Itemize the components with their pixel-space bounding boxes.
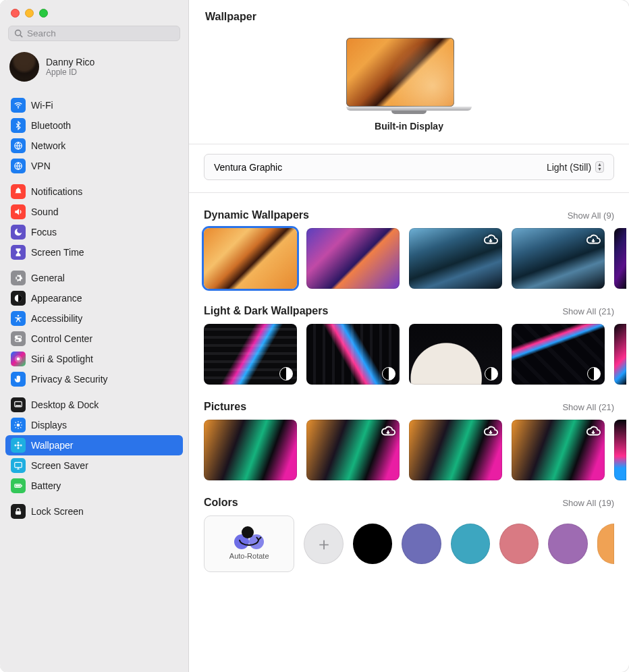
wallpaper-thumb[interactable] [306,324,400,385]
show-all-link[interactable]: Show All (9) [568,211,614,221]
battery-icon [11,478,26,493]
sidebar-item-label: Screen Saver [31,460,88,471]
speaker-icon [11,204,26,219]
sidebar-item-wallpaper[interactable]: Wallpaper [5,435,183,455]
zoom-window-button[interactable] [39,9,48,18]
section-dynamic: Dynamic WallpapersShow All (9) [204,193,629,289]
search-icon [14,29,23,38]
wallpaper-thumb-peek[interactable] [614,324,626,385]
wallpaper-thumb[interactable] [512,228,605,289]
wallpaper-thumb[interactable] [306,228,400,289]
svg-point-6 [18,315,20,317]
sidebar-item-appearance[interactable]: Appearance [5,288,183,308]
sidebar-item-label: Siri & Spotlight [31,354,93,364]
wallpaper-thumb[interactable] [512,420,605,480]
sidebar-item-vpn[interactable]: VPN [5,156,183,176]
bell-icon [11,184,26,199]
network-icon [11,138,26,153]
add-color-button[interactable]: ＋ [304,524,343,564]
screensaver-icon [11,458,26,473]
light-dark-icon [382,367,395,381]
moon-icon [11,225,26,240]
svg-point-15 [17,424,20,427]
sidebar-item-label: Battery [31,480,61,491]
hourglass-icon [11,245,26,260]
appearance-icon [11,291,26,306]
sidebar-item-label: Wi-Fi [31,100,53,111]
color-swatch[interactable] [402,524,441,564]
gear-icon [11,271,26,285]
svg-point-25 [17,441,19,443]
sidebar-item-label: Bluetooth [31,120,71,131]
download-icon [381,424,395,439]
sidebar-item-siri-spotlight[interactable]: Siri & Spotlight [5,349,183,369]
sidebar-item-label: Notifications [31,186,82,197]
apple-id-row[interactable]: Danny Rico Apple ID [0,48,188,90]
sidebar-item-general[interactable]: General [5,268,183,288]
wallpaper-mode-popup[interactable]: Light (Still) ▲▼ [547,161,604,173]
sidebar-item-network[interactable]: Network [5,136,183,156]
color-swatch[interactable] [353,524,392,564]
svg-point-26 [17,447,19,449]
sidebar-item-accessibility[interactable]: Accessibility [5,308,183,329]
sidebar-item-bluetooth[interactable]: Bluetooth [5,115,183,136]
show-all-link[interactable]: Show All (21) [562,306,614,316]
svg-line-20 [16,422,16,423]
sidebar-item-label: Lock Screen [31,506,84,517]
wallpaper-thumb[interactable] [204,228,297,289]
show-all-link[interactable]: Show All (19) [562,498,614,508]
sidebar-item-control-center[interactable]: Control Center [5,329,183,349]
color-swatch[interactable] [548,524,587,564]
sidebar-item-screen-time[interactable]: Screen Time [5,242,183,262]
svg-point-9 [16,337,18,338]
accessibility-icon [11,311,26,326]
wallpaper-thumb-peek[interactable] [614,420,626,480]
minimize-window-button[interactable] [25,9,34,18]
sidebar-item-focus[interactable]: Focus [5,222,183,242]
wallpaper-thumb[interactable] [204,324,297,385]
svg-rect-29 [15,462,22,468]
sidebar-item-label: Appearance [31,293,82,304]
section-colors: ColorsShow All (19)Auto-Rotate＋ [204,480,629,572]
wallpaper-thumb[interactable] [409,420,502,480]
sidebar-item-desktop-dock[interactable]: Desktop & Dock [5,395,183,415]
sidebar-item-wi-fi[interactable]: Wi-Fi [5,95,183,115]
wallpaper-thumb[interactable] [409,228,502,289]
colors-row: Auto-Rotate＋ [204,515,614,572]
sidebar-item-privacy-security[interactable]: Privacy & Security [5,369,183,389]
auto-rotate-icon [231,528,267,549]
auto-rotate-tile[interactable]: Auto-Rotate [204,515,294,572]
color-swatch[interactable] [597,524,614,564]
sidebar-item-label: Sound [31,206,58,217]
svg-rect-31 [22,485,22,486]
sidebar-item-notifications[interactable]: Notifications [5,181,183,202]
thumbnail-row [204,228,614,289]
close-window-button[interactable] [11,9,20,18]
displays-icon [11,418,26,432]
page-title: Wallpaper [205,11,613,23]
search-input[interactable]: Search [8,26,180,41]
sidebar-item-label: Desktop & Dock [31,399,99,410]
light-dark-icon [279,367,293,381]
preview-screen [346,38,454,107]
sidebar-item-lock-screen[interactable]: Lock Screen [5,501,183,522]
sidebar-item-label: Wallpaper [31,440,74,451]
wallpaper-thumb[interactable] [306,420,400,480]
section-title: Pictures [204,401,246,413]
siri-icon [11,352,26,366]
wallpaper-thumb[interactable] [512,324,605,385]
sidebar-item-screen-saver[interactable]: Screen Saver [5,455,183,476]
sidebar-item-battery[interactable]: Battery [5,476,183,496]
svg-line-22 [16,427,16,428]
wallpaper-thumb[interactable] [409,324,502,385]
wallpaper-thumb[interactable] [204,420,297,480]
vpn-icon [11,159,26,173]
thumbnail-row [204,420,614,480]
color-swatch[interactable] [499,524,539,564]
color-swatch[interactable] [451,524,490,564]
show-all-link[interactable]: Show All (21) [562,402,614,412]
sidebar-item-displays[interactable]: Displays [5,415,183,435]
wallpaper-thumb-peek[interactable] [614,228,626,289]
sidebar-item-sound[interactable]: Sound [5,202,183,222]
sidebar: Search Danny Rico Apple ID Wi-FiBluetoot… [0,0,189,672]
